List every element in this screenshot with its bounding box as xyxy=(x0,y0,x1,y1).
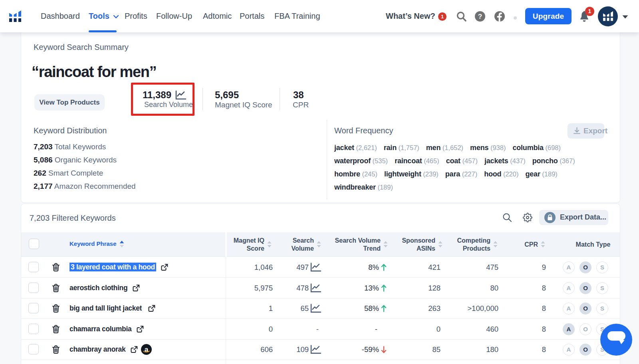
svg-text:?: ? xyxy=(478,13,482,20)
